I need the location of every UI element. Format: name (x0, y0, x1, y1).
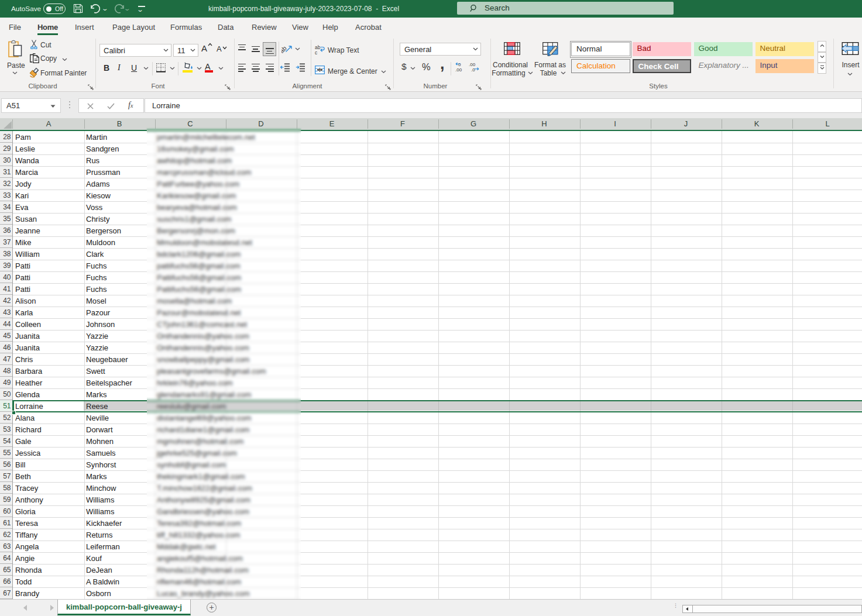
svg-text:c: c (315, 50, 318, 55)
svg-text:ab: ab (281, 44, 288, 54)
svg-text:.00: .00 (455, 67, 462, 72)
